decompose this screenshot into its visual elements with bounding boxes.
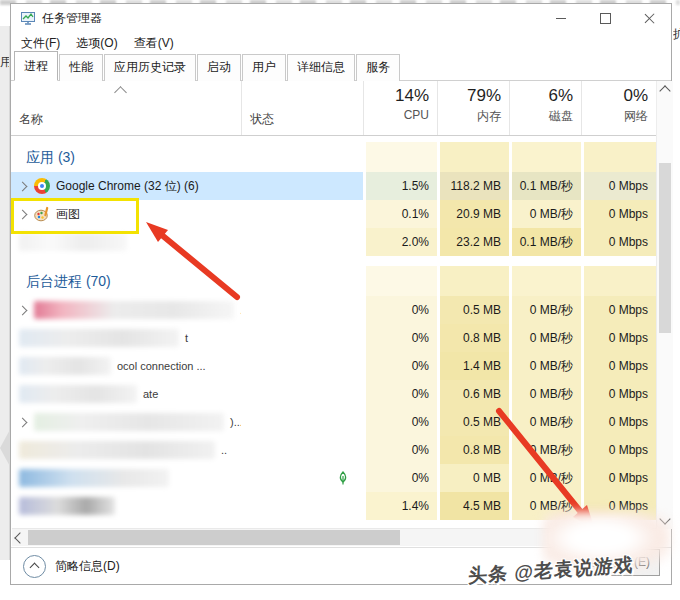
cpu-cell: 0% xyxy=(363,324,437,352)
status-cell xyxy=(241,352,363,380)
group-label: 后台进程 (70) xyxy=(19,266,111,296)
process-row[interactable]: t0%0.8 MB0 MB/秒0 Mbps xyxy=(11,324,656,352)
memory-cell: 4.5 MB xyxy=(437,492,509,520)
process-row[interactable]: ate0%0.6 MB0 MB/秒0 Mbps xyxy=(11,380,656,408)
cpu-cell: 0% xyxy=(363,380,437,408)
network-cell: 0 Mbps xyxy=(581,436,656,464)
disk-cell: 0 MB/秒 xyxy=(509,296,581,324)
title-bar[interactable]: 任务管理器 xyxy=(11,4,671,32)
background-page-fragment-left: 用 xyxy=(0,26,10,560)
status-cell xyxy=(241,380,363,408)
cpu-cell: 1.4% xyxy=(363,492,437,520)
column-header-status[interactable]: 状态 xyxy=(241,81,363,135)
close-button[interactable] xyxy=(627,4,671,32)
minimize-icon xyxy=(556,18,566,19)
memory-cell: 0 MB xyxy=(437,464,509,492)
vertical-scrollbar[interactable] xyxy=(656,81,673,529)
tab-processes[interactable]: 进程 xyxy=(14,51,58,81)
process-name-fragment: t xyxy=(185,332,188,344)
name-cell: )... xyxy=(11,408,241,436)
censored-process-name xyxy=(19,357,111,375)
tab-services[interactable]: 服务 xyxy=(356,54,400,81)
vertical-scrollbar-thumb[interactable] xyxy=(659,163,671,333)
minimize-button[interactable] xyxy=(539,4,583,32)
tab-app-history[interactable]: 应用历史记录 xyxy=(104,54,196,81)
menu-bar: 文件(F) 选项(O) 查看(V) xyxy=(11,32,671,54)
network-cell: 0 Mbps xyxy=(581,352,656,380)
memory-cell xyxy=(437,266,509,296)
network-total-percent: 0% xyxy=(623,86,648,106)
tab-bar: 进程性能应用历史记录启动用户详细信息服务 xyxy=(11,54,671,81)
name-cell: ate xyxy=(11,380,241,408)
expand-chevron-icon[interactable] xyxy=(18,181,28,191)
group-header-row[interactable]: 应用 (3) xyxy=(11,142,656,172)
status-cell xyxy=(241,228,363,256)
memory-cell: 0.8 MB xyxy=(437,324,509,352)
status-cell xyxy=(241,200,363,228)
process-row[interactable]: )...0%0.5 MB0 MB/秒0 Mbps xyxy=(11,408,656,436)
background-text-fragment: 用 xyxy=(0,54,9,71)
column-header-name[interactable]: 名称 xyxy=(11,81,241,135)
process-row[interactable]: 0%0 MB0 MB/秒0 Mbps xyxy=(11,464,656,492)
cpu-cell: 0% xyxy=(363,408,437,436)
name-cell xyxy=(11,464,241,492)
status-cell xyxy=(241,324,363,352)
expand-chevron-icon[interactable] xyxy=(18,305,28,315)
sort-ascending-icon xyxy=(114,86,127,99)
fewer-details-toggle[interactable] xyxy=(23,555,46,578)
menu-view[interactable]: 查看(V) xyxy=(134,35,174,52)
fewer-details-label[interactable]: 简略信息(D) xyxy=(55,558,120,575)
network-column-label: 网络 xyxy=(624,108,648,125)
process-row[interactable]: ocol connection ...0%1.4 MB0 MB/秒0 Mbps xyxy=(11,352,656,380)
process-row[interactable]: .0%0.5 MB0 MB/秒0 Mbps xyxy=(11,296,656,324)
screenshot-stage: 用 扩 任务管理器 文件(F) 选项(O) 查看(V) 进程性能应用历史记录启动… xyxy=(0,0,680,600)
background-text-fragment: 扩 xyxy=(673,26,680,43)
network-cell: 0 Mbps xyxy=(581,172,656,200)
cpu-cell: 0% xyxy=(363,464,437,492)
scroll-up-icon[interactable] xyxy=(659,85,670,96)
column-header-cpu[interactable]: 14% CPU xyxy=(363,81,437,135)
column-header-memory[interactable]: 79% 内存 xyxy=(437,81,509,135)
name-cell: .. xyxy=(11,436,241,464)
maximize-button[interactable] xyxy=(583,4,627,32)
status-cell xyxy=(241,266,363,296)
memory-column-label: 内存 xyxy=(477,108,501,125)
process-name-fragment: .. xyxy=(221,444,227,456)
tab-users[interactable]: 用户 xyxy=(242,54,286,81)
leaf-icon xyxy=(337,471,349,485)
tab-startup[interactable]: 启动 xyxy=(197,54,241,81)
process-row[interactable]: ..0%0.8 MB0 MB/秒0 Mbps xyxy=(11,436,656,464)
column-header-disk[interactable]: 6% 磁盘 xyxy=(509,81,581,135)
disk-cell xyxy=(509,142,581,172)
memory-cell: 23.2 MB xyxy=(437,228,509,256)
disk-cell: 0 MB/秒 xyxy=(509,408,581,436)
disk-cell: 0.1 MB/秒 xyxy=(509,172,581,200)
tab-performance[interactable]: 性能 xyxy=(59,54,103,81)
name-cell xyxy=(11,492,241,520)
group-header-row[interactable]: 后台进程 (70) xyxy=(11,266,656,296)
censored-process-name xyxy=(19,469,169,487)
network-cell: 0 Mbps xyxy=(581,464,656,492)
menu-file[interactable]: 文件(F) xyxy=(21,35,60,52)
task-manager-window: 任务管理器 文件(F) 选项(O) 查看(V) 进程性能应用历史记录启动用户详细… xyxy=(10,3,672,585)
process-row[interactable]: Google Chrome (32 位) (6)1.5%118.2 MB0.1 … xyxy=(11,172,656,200)
name-cell: 应用 (3) xyxy=(11,142,241,172)
column-header-network[interactable]: 0% 网络 xyxy=(581,81,656,135)
status-cell xyxy=(241,436,363,464)
tab-details[interactable]: 详细信息 xyxy=(287,54,355,81)
disk-cell: 0.1 MB/秒 xyxy=(509,228,581,256)
horizontal-scrollbar-thumb[interactable] xyxy=(28,530,400,545)
disk-cell: 0 MB/秒 xyxy=(509,436,581,464)
process-name: Google Chrome (32 位) (6) xyxy=(56,178,199,195)
censored-process-name xyxy=(19,385,137,403)
memory-cell: 0.5 MB xyxy=(437,296,509,324)
expand-chevron-icon[interactable] xyxy=(18,417,28,427)
process-table: 名称 状态 14% CPU 79% 内存 6% 磁盘 0% xyxy=(11,81,656,520)
menu-options[interactable]: 选项(O) xyxy=(76,35,117,52)
censored-process-name xyxy=(34,413,224,431)
memory-cell: 0.5 MB xyxy=(437,408,509,436)
disk-cell: 0 MB/秒 xyxy=(509,200,581,228)
group-label: 应用 (3) xyxy=(19,142,75,172)
name-cell: 后台进程 (70) xyxy=(11,266,241,296)
scroll-left-icon[interactable] xyxy=(14,532,25,543)
